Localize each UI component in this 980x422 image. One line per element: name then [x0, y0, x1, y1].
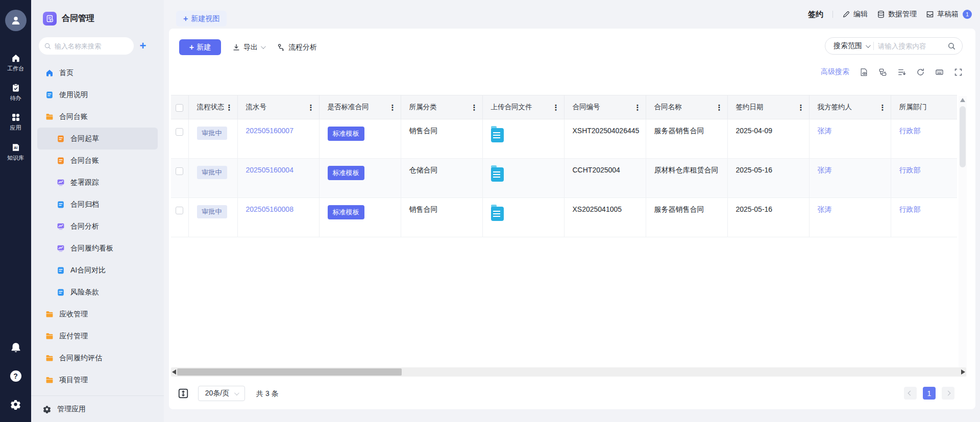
rail-item-workbench[interactable]: 工作台 [0, 54, 31, 72]
refresh-icon[interactable] [916, 68, 925, 77]
serial-link[interactable]: 202505160008 [246, 205, 293, 213]
row-checkbox[interactable] [176, 167, 183, 175]
horizontal-scroll-thumb[interactable] [177, 368, 402, 376]
page-size-select[interactable]: 20条/页 [198, 386, 245, 401]
signer-link[interactable]: 张涛 [818, 166, 832, 174]
standard-template-badge: 标准模板 [328, 205, 364, 219]
column-header: 所属部门 [899, 103, 927, 112]
sidebar-group-receivables[interactable]: 应收管理 [37, 303, 158, 325]
row-group-icon[interactable] [878, 68, 887, 77]
sidebar-item-label: 应付管理 [59, 332, 88, 341]
column-menu-icon[interactable]: ⋮ [634, 104, 642, 111]
column-menu-icon[interactable]: ⋮ [226, 104, 233, 111]
sidebar-item-contract-ledger[interactable]: 合同台账 [37, 150, 158, 171]
fullscreen-icon[interactable] [954, 68, 963, 77]
serial-link[interactable]: 202505160007 [246, 127, 293, 135]
sidebar-item-contract-draft[interactable]: 合同起草 [37, 128, 158, 150]
department-link[interactable]: 行政部 [899, 166, 921, 174]
row-height-icon[interactable] [178, 388, 189, 399]
vertical-scroll-thumb[interactable] [960, 106, 966, 167]
sidebar-menu: 首页 使用说明 合同台账 合同起草 合同台账 签署跟踪 [31, 62, 164, 391]
contract-file-icon[interactable] [491, 128, 504, 142]
sidebar-group-project-management[interactable]: 项目管理 [37, 369, 158, 391]
rail-settings[interactable] [0, 399, 31, 410]
category-cell: 仓储合同 [409, 166, 438, 174]
sidebar-group-contract-ledger[interactable]: 合同台账 [37, 106, 158, 128]
page-1-button[interactable]: 1 [923, 387, 936, 400]
column-header: 流水号 [246, 103, 267, 112]
svg-text:AI: AI [13, 145, 17, 150]
sidebar-item-signing-tracking[interactable]: 签署跟踪 [37, 171, 158, 193]
sign-button[interactable]: 签约 [808, 10, 823, 19]
scroll-left-arrow-icon[interactable] [172, 369, 176, 375]
signer-link[interactable]: 张涛 [818, 205, 832, 213]
department-link[interactable]: 行政部 [899, 127, 921, 135]
contract-file-icon[interactable] [491, 167, 504, 182]
sidebar-search[interactable] [39, 37, 134, 55]
sidebar-item-contract-analysis[interactable]: 合同分析 [37, 215, 158, 237]
serial-link[interactable]: 202505160004 [246, 166, 293, 174]
sidebar-item-label: 合同归档 [70, 200, 99, 209]
sidebar-item-risk-clauses[interactable]: 风险条款 [37, 281, 158, 303]
signer-link[interactable]: 张涛 [818, 127, 832, 135]
sidebar-item-ai-contract-compare[interactable]: AI合同对比 [37, 259, 158, 281]
rail-item-knowledge[interactable]: AI 知识库 [0, 143, 31, 162]
sign-date-cell: 2025-05-16 [736, 205, 773, 213]
folder-orange-icon [45, 354, 54, 362]
new-view-tab[interactable]: + 新建视图 [176, 11, 227, 27]
scroll-right-arrow-icon[interactable] [961, 369, 965, 375]
sidebar-group-performance-eval[interactable]: 合同履约评估 [37, 347, 158, 369]
doc-preview-icon[interactable] [860, 68, 868, 77]
avatar[interactable] [5, 10, 27, 31]
sidebar-item-home[interactable]: 首页 [37, 62, 158, 84]
table-header-row: 流程状态⋮ 流水号⋮ 是否标准合同⋮ 所属分类⋮ 上传合同文件⋮ 合同编号⋮ 合… [171, 95, 957, 119]
sidebar-item-usage-guide[interactable]: 使用说明 [37, 84, 158, 106]
prev-page-button[interactable] [904, 387, 917, 400]
export-button[interactable]: 导出 [232, 39, 264, 55]
search-scope-dropdown[interactable]: 搜索范围 [834, 41, 869, 51]
rail-help[interactable]: ? [0, 370, 31, 382]
column-menu-icon[interactable]: ⋮ [389, 104, 397, 111]
advanced-search-link[interactable]: 高级搜索 [821, 67, 849, 77]
department-link[interactable]: 行政部 [899, 205, 921, 213]
create-button[interactable]: + 新建 [179, 39, 221, 55]
column-header: 流程状态 [197, 103, 225, 112]
row-checkbox[interactable] [176, 207, 183, 214]
sidebar: 合同管理 + 首页 使用说明 合同台账 合同起草 [31, 0, 164, 422]
horizontal-scrollbar[interactable] [171, 367, 966, 377]
magnifier-icon[interactable] [947, 42, 956, 51]
column-menu-icon[interactable]: ⋮ [471, 104, 478, 111]
column-menu-icon[interactable]: ⋮ [716, 104, 723, 111]
sidebar-item-performance-board[interactable]: 合同履约看板 [37, 237, 158, 259]
rail-item-todo[interactable]: 待办 [0, 83, 31, 102]
scroll-up-arrow-icon[interactable] [960, 98, 965, 102]
rail-notifications[interactable] [0, 342, 31, 353]
table-row: 审批中 202505160007 标准模板 销售合同 XSHT202504026… [171, 119, 957, 159]
dark-rail: 工作台 待办 应用 AI 知识库 ? [0, 0, 31, 422]
vertical-scrollbar[interactable] [959, 96, 967, 377]
column-menu-icon[interactable]: ⋮ [879, 104, 887, 111]
table-search-input[interactable] [878, 42, 943, 50]
drafts-button[interactable]: 草稿箱 1 [926, 10, 972, 19]
edit-button[interactable]: 编辑 [842, 10, 868, 19]
select-all-checkbox[interactable] [176, 104, 183, 112]
column-menu-icon[interactable]: ⋮ [307, 104, 315, 111]
rail-item-apps[interactable]: 应用 [0, 113, 31, 132]
contract-file-icon[interactable] [491, 207, 504, 221]
sidebar-search-input[interactable] [55, 42, 121, 50]
data-management-button[interactable]: 数据管理 [877, 10, 917, 19]
sidebar-add-button[interactable]: + [135, 37, 151, 55]
manage-apps-button[interactable]: 管理应用 [31, 395, 164, 422]
help-icon: ? [10, 370, 21, 382]
sidebar-group-payables[interactable]: 应付管理 [37, 325, 158, 347]
sidebar-item-contract-archive[interactable]: 合同归档 [37, 193, 158, 215]
row-checkbox[interactable] [176, 128, 183, 136]
list-sort-icon[interactable] [897, 68, 906, 77]
plus-icon: + [189, 43, 194, 52]
next-page-button[interactable] [942, 387, 954, 400]
column-menu-icon[interactable]: ⋮ [552, 104, 560, 111]
contract-doc-icon [45, 14, 54, 23]
flow-analysis-button[interactable]: 流程分析 [277, 39, 317, 55]
keyboard-icon[interactable] [935, 68, 944, 77]
column-menu-icon[interactable]: ⋮ [797, 104, 805, 111]
